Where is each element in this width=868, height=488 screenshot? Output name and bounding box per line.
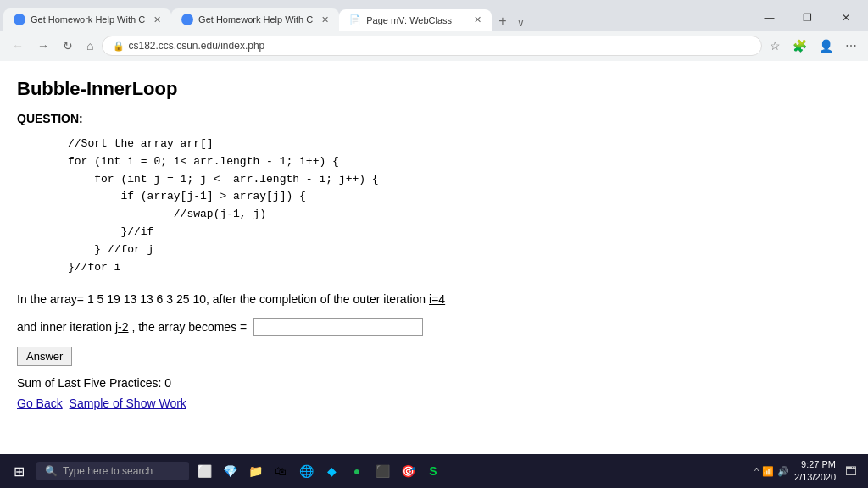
window-controls: — ❐ ✕ xyxy=(750,5,865,30)
start-button[interactable]: ⊞ xyxy=(7,460,31,483)
taskbar-icon-1[interactable]: ⬜ xyxy=(194,461,214,481)
profile-button[interactable]: 👤 xyxy=(815,36,837,55)
question-label: QUESTION: xyxy=(17,112,746,125)
search-icon: 🔍 xyxy=(45,465,58,477)
tab3-label: Page mV: WebClass xyxy=(366,15,465,25)
sys-icon-up[interactable]: ^ xyxy=(754,466,759,476)
sample-show-work-link[interactable]: Sample of Show Work xyxy=(70,396,186,410)
tab2-close[interactable]: ✕ xyxy=(321,14,329,25)
taskbar-icon-7[interactable]: ● xyxy=(347,461,367,481)
home-button[interactable]: ⌂ xyxy=(81,36,98,56)
answer-row: and inner iteration j-2 , the array beco… xyxy=(17,318,746,336)
tab1-favicon xyxy=(14,14,25,25)
page-content: Bubble-InnerLoop QUESTION: //Sort the ar… xyxy=(0,61,763,427)
content-area: Bubble-InnerLoop QUESTION: //Sort the ar… xyxy=(0,61,868,454)
code-line-3: for (int j = 1; j < arr.length - i; j++)… xyxy=(68,171,746,189)
tab1-close[interactable]: ✕ xyxy=(153,14,161,25)
forward-button[interactable]: → xyxy=(32,36,54,56)
question-text-1: In the array= 1 5 19 13 13 6 3 25 10, af… xyxy=(17,290,746,308)
code-line-5: //swap(j-1, j) xyxy=(68,206,746,224)
taskbar-date: 2/13/2020 xyxy=(794,471,836,484)
bookmark-button[interactable]: ☆ xyxy=(765,36,785,55)
page-title: Bubble-InnerLoop xyxy=(17,78,746,100)
taskbar-clock: 9:27 PM 2/13/2020 xyxy=(794,458,836,485)
maximize-button[interactable]: ❐ xyxy=(788,5,826,30)
sys-icon-wifi: 📶 xyxy=(762,466,774,477)
taskbar-icon-3[interactable]: 📁 xyxy=(245,461,265,481)
go-back-link[interactable]: Go Back xyxy=(17,396,63,410)
tab2-label: Get Homework Help With C xyxy=(198,14,313,25)
taskbar-icon-6[interactable]: ◆ xyxy=(321,461,342,481)
sys-icon-sound[interactable]: 🔊 xyxy=(777,466,789,477)
answer-button[interactable]: Answer xyxy=(17,347,72,366)
tab3-close[interactable]: ✕ xyxy=(474,14,481,25)
tab3-favicon: 📄 xyxy=(349,14,361,25)
taskbar-time: 9:27 PM xyxy=(794,458,836,471)
tab2-favicon xyxy=(181,14,193,25)
notification-button[interactable]: 🗔 xyxy=(841,461,861,481)
code-line-1: //Sort the array arr[] xyxy=(68,136,746,153)
close-button[interactable]: ✕ xyxy=(826,5,865,30)
search-bar[interactable]: 🔍 Type here to search xyxy=(36,462,189,480)
taskbar-icon-5[interactable]: 🌐 xyxy=(296,461,316,481)
code-line-2: for (int i = 0; i< arr.length - 1; i++) … xyxy=(68,153,746,171)
extensions-button[interactable]: 🧩 xyxy=(788,36,811,55)
code-block: //Sort the array arr[] for (int i = 0; i… xyxy=(68,136,746,276)
new-tab-button[interactable]: + xyxy=(492,12,513,30)
tab-bar: Get Homework Help With C ✕ Get Homework … xyxy=(0,0,868,30)
sum-text: Sum of Last Five Practices: 0 xyxy=(17,376,746,390)
nav-actions: ☆ 🧩 👤 ⋯ xyxy=(765,36,861,55)
code-line-8: }//for i xyxy=(68,259,746,277)
links-section: Go Back Sample of Show Work xyxy=(17,396,746,410)
taskbar-icon-8[interactable]: ⬛ xyxy=(372,461,392,481)
tab-3[interactable]: 📄 Page mV: WebClass ✕ xyxy=(339,9,492,30)
taskbar-icon-10[interactable]: S xyxy=(423,461,443,481)
code-line-7: } //for j xyxy=(68,241,746,259)
taskbar-icon-2[interactable]: 💎 xyxy=(220,461,240,481)
taskbar-icon-9[interactable]: 🎯 xyxy=(398,461,418,481)
navigation-bar: ← → ↻ ⌂ 🔒 cs182.ccs.csun.edu/index.php ☆… xyxy=(0,30,868,61)
question-text-2: and inner iteration j-2 , the array beco… xyxy=(17,320,247,334)
minimize-button[interactable]: — xyxy=(750,5,788,30)
refresh-button[interactable]: ↻ xyxy=(58,36,78,56)
address-bar[interactable]: 🔒 cs182.ccs.csun.edu/index.php xyxy=(102,36,762,56)
answer-input[interactable] xyxy=(253,318,423,336)
taskbar: ⊞ 🔍 Type here to search ⬜ 💎 📁 🛍 🌐 ◆ ● ⬛ … xyxy=(0,454,868,488)
taskbar-sys-icons: ^ 📶 🔊 xyxy=(754,466,789,477)
taskbar-icon-4[interactable]: 🛍 xyxy=(270,461,291,481)
address-text: cs182.ccs.csun.edu/index.php xyxy=(128,40,264,52)
search-placeholder: Type here to search xyxy=(63,465,153,477)
tab1-label: Get Homework Help With C xyxy=(31,14,145,25)
code-line-6: }//if xyxy=(68,224,746,241)
lock-icon: 🔒 xyxy=(113,41,125,52)
tab-more-button[interactable]: ∨ xyxy=(514,15,528,30)
menu-button[interactable]: ⋯ xyxy=(841,36,861,55)
tab-2[interactable]: Get Homework Help With C ✕ xyxy=(171,8,339,30)
tab-1[interactable]: Get Homework Help With C ✕ xyxy=(3,8,171,30)
code-line-4: if (array[j-1] > array[j]) { xyxy=(68,188,746,206)
back-button[interactable]: ← xyxy=(7,36,29,56)
